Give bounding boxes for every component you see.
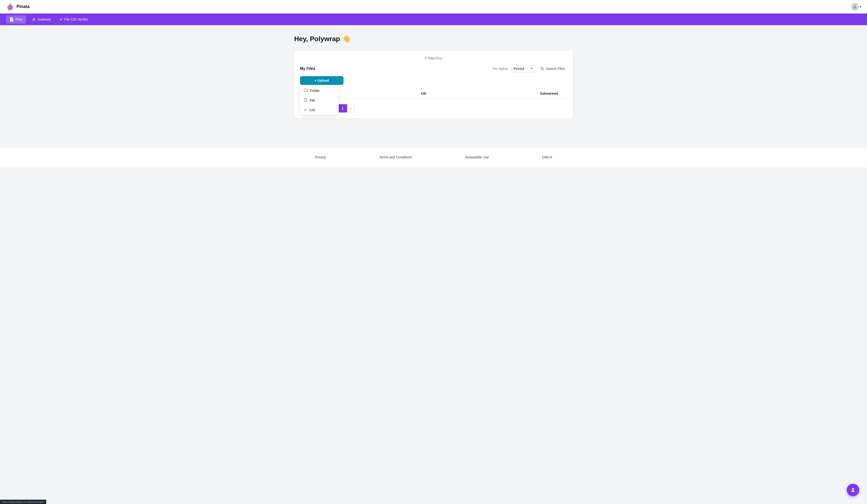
dropdown-cid-label: CID [309, 108, 315, 112]
footer-links: Privacy Terms and Conditions Acceptable … [288, 155, 579, 159]
app-name: Pinata [17, 4, 30, 9]
logo[interactable]: Pinata [6, 2, 30, 11]
nav-cid-label: File CID Verifier [64, 18, 88, 21]
nav-item-gateway[interactable]: ⚡ Gateway [28, 15, 54, 24]
search-icon [540, 67, 544, 71]
upload-dropdown-menu: Folder File ✳ CID [300, 86, 339, 115]
footer-privacy[interactable]: Privacy [315, 155, 326, 159]
svg-line-7 [543, 69, 544, 70]
total-pins: 0 Total Pins [300, 56, 567, 60]
user-chevron-icon: ▾ [860, 5, 861, 9]
current-page: 1 [338, 104, 347, 112]
cid-icon: ✳ [304, 108, 307, 112]
user-icon [853, 4, 857, 9]
pagination: Go to beginning ‹ 1 › [300, 104, 567, 112]
svg-point-5 [854, 5, 856, 7]
statusbar: https://app.pinata.cloud/pinmanager [0, 500, 46, 504]
greeting-emoji: 👋 [342, 35, 351, 43]
footer-dmca[interactable]: DMCA [542, 155, 552, 159]
fab-icon [850, 487, 856, 493]
dropdown-item-cid[interactable]: ✳ CID [300, 105, 339, 115]
files-nav-icon: 📄 [9, 17, 14, 22]
main-content: Hey, Polywrap 👋 0 Total Pins My Files Pi… [288, 25, 579, 128]
fab-button[interactable] [847, 484, 859, 496]
table-header: CID Submarined [300, 89, 567, 98]
footer-acceptable-use[interactable]: Acceptable Use [465, 155, 489, 159]
main-nav: 📄 Files ⚡ Gateway ✔ File CID Verifier [0, 13, 867, 25]
dropdown-folder-label: Folder [310, 89, 320, 93]
gateway-nav-icon: ⚡ [31, 17, 36, 22]
dropdown-item-folder[interactable]: Folder [300, 86, 339, 95]
col-submarined: Submarined [538, 91, 567, 96]
search-files-label: Search Files [546, 67, 565, 71]
nav-gateway-label: Gateway [38, 18, 51, 21]
my-files-label: My Files [300, 66, 315, 71]
files-toolbar: My Files Pin Status Pinned Unpinned All … [300, 65, 567, 72]
pin-status-label: Pin Status [493, 67, 508, 71]
greeting: Hey, Polywrap 👋 [294, 35, 573, 43]
upload-wrapper: + Upload Folder [300, 76, 343, 85]
footer-terms[interactable]: Terms and Conditions [379, 155, 412, 159]
toolbar-right: Pin Status Pinned Unpinned All Search Fi… [493, 65, 567, 72]
nav-item-files[interactable]: 📄 Files [6, 15, 26, 24]
next-icon: › [350, 106, 351, 110]
upload-label: + Upload [314, 78, 329, 83]
upload-button[interactable]: + Upload [300, 76, 343, 85]
nav-item-cid-verifier[interactable]: ✔ File CID Verifier [56, 15, 92, 24]
next-page-button[interactable]: › [347, 104, 354, 112]
pin-status-select[interactable]: Pinned Unpinned All [511, 65, 535, 72]
pinata-logo-icon [6, 2, 14, 11]
dropdown-item-file[interactable]: File [300, 95, 339, 105]
files-card: 0 Total Pins My Files Pin Status Pinned … [294, 51, 573, 118]
file-icon [304, 98, 307, 103]
dropdown-file-label: File [310, 98, 315, 102]
greeting-text: Hey, Polywrap [294, 35, 340, 43]
avatar [851, 3, 859, 11]
col-cid: CID [419, 91, 538, 96]
nav-files-label: Files [15, 18, 23, 21]
svg-point-8 [852, 488, 854, 490]
statusbar-url: https://app.pinata.cloud/pinmanager [2, 500, 44, 503]
svg-line-4 [12, 9, 12, 11]
footer: Privacy Terms and Conditions Acceptable … [0, 147, 867, 167]
cid-verifier-nav-icon: ✔ [60, 17, 63, 22]
user-menu[interactable]: ▾ [851, 3, 861, 11]
svg-line-3 [8, 9, 9, 11]
search-files-button[interactable]: Search Files [538, 65, 567, 72]
header: Pinata ▾ [0, 0, 867, 13]
folder-icon [304, 88, 308, 93]
